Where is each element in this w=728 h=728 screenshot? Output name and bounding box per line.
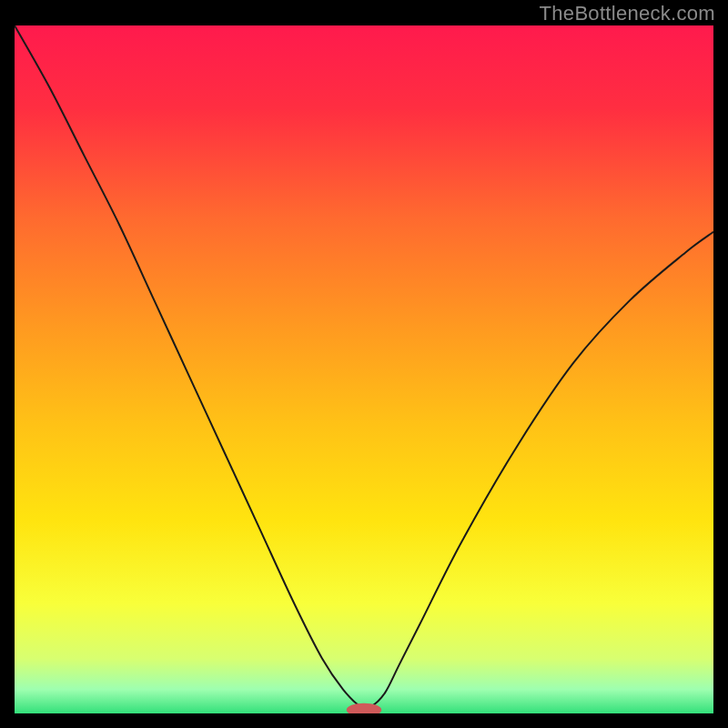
bottleneck-chart [15,25,713,713]
chart-background [15,25,713,713]
frame: TheBottleneck.com [0,0,728,728]
watermark-text: TheBottleneck.com [540,2,715,25]
